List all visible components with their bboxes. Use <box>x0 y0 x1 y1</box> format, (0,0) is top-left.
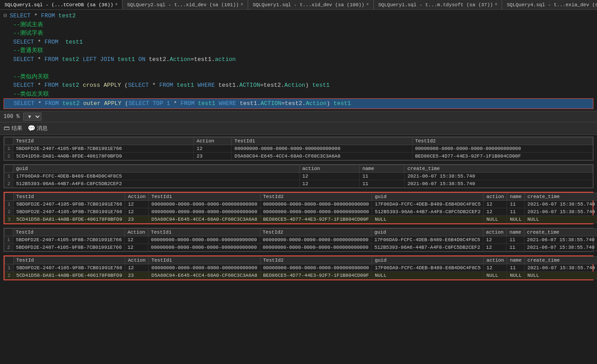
result-block-5: TestId Action TestId1 TestId2 guid actio… <box>4 255 593 280</box>
col-header-action2: action <box>483 228 507 236</box>
tab-2[interactable]: SQLQuery2.sql - t...xid_dev (sa (101)) × <box>123 0 248 9</box>
col-header-name: name <box>507 256 524 264</box>
table-row-null: 3 5CD41D58-DA81-4A0B-8FDE-406178F0BFD9 2… <box>5 215 597 223</box>
cell-testid: 5CD41D58-DA81-4A0B-8FDE-406178F0BFD9 <box>13 271 125 279</box>
table-row: 2 512B5393-96A6-44B7-A4F8-C8FC5DB2CEF2 1… <box>4 180 593 187</box>
tab-4-close[interactable]: × <box>495 2 497 7</box>
cell-create-time-null: NULL <box>524 271 597 279</box>
cell-guid: 17F06DA9-FCFC-4DEB-B489-E6B4D0C4F8C5 <box>372 236 483 243</box>
col-header-guid: guid <box>13 165 300 172</box>
cell-testid2: 00000000-0000-0000-0000-000000000000 <box>412 145 593 152</box>
table-row: 2 5CD41D58-DA81-4A0B-8FDE-406178F0BFD9 2… <box>4 152 593 160</box>
result-table-1: TestId Action TestId1 TestId2 1 5BD0FD2E… <box>4 137 593 160</box>
editor-line-8: --类似内关联 <box>4 73 593 81</box>
col-header-name: name <box>360 165 405 172</box>
main-container: SQLQuery1.sql - (...tCoreDB (sa (36)) × … <box>0 0 597 364</box>
row-num: 1 <box>5 200 14 208</box>
col-header-testid2: TestId2 <box>412 137 593 145</box>
tab-2-close[interactable]: × <box>241 2 243 7</box>
result-block-4: TestId Action TestId1 TestId2 guid actio… <box>4 228 593 252</box>
cell-testid1: 00000000-0000-0000-0000-000000000000 <box>148 243 260 251</box>
cell-name: 11 <box>507 236 524 243</box>
col-header-action: Action <box>125 228 148 236</box>
cell-action2: 12 <box>483 200 507 208</box>
cell-testid1: D5A60C94-E645-4CC4-68A0-CF60C3C3A6A8 <box>148 215 260 223</box>
editor-line-7 <box>4 64 593 73</box>
col-header-guid: guid <box>372 193 484 200</box>
result-table-2: guid action name create_time 1 17F06DA9-… <box>4 165 593 188</box>
col-header-testid: TestId <box>13 256 125 264</box>
col-header-testid1: TestId1 <box>148 228 260 236</box>
cell-testid1: 00000000-0000-0000-0000-000000000000 <box>148 236 260 243</box>
col-header-create-time: create_time <box>524 193 597 200</box>
cell-create-time: 2021-06-07 15:38:55.740 <box>524 264 597 271</box>
row-num: 2 <box>5 208 14 215</box>
col-header-testid1: TestId1 <box>232 137 412 145</box>
cell-name: 11 <box>360 180 405 187</box>
cell-testid2: 00000000-0000-0000-0000-000000000000 <box>260 208 372 215</box>
result-table-5: TestId Action TestId1 TestId2 guid actio… <box>4 256 597 279</box>
cell-action: 12 <box>125 264 149 271</box>
col-header-create-time: create_time <box>524 256 597 264</box>
results-tab-messages[interactable]: 💬 消息 <box>28 125 48 132</box>
zoom-dropdown[interactable]: ▼ <box>23 113 41 121</box>
table-row: 1 5BD0FD2E-2407-4105-9F8B-7CB01991E766 1… <box>5 200 597 208</box>
cell-name-null: NULL <box>507 271 524 279</box>
table-row: 1 5BD0FD2E-2407-4105-9F8B-7CB01991E766 1… <box>4 145 593 152</box>
cell-action: 12 <box>125 200 149 208</box>
editor-line-2: --测试主表 <box>4 20 593 29</box>
cell-testid2: 00000000-0000-0000-0000-000000000000 <box>260 236 372 243</box>
editor-line-11: SELECT * FROM test2 outer APPLY (SELECT … <box>4 98 593 109</box>
tab-1-label: SQLQuery1.sql - (...tCoreDB (sa (36)) <box>4 2 113 8</box>
cell-testid: 5BD0FD2E-2407-4105-9F8B-7CB01991E766 <box>13 208 125 215</box>
cell-create-time: 2021-06-07 15:38:55.740 <box>524 236 597 243</box>
col-header-create-time: create_time <box>524 228 597 236</box>
row-num: 1 <box>5 264 14 271</box>
cell-testid1: 00000000-0000-0000-0000-000000000000 <box>148 208 260 215</box>
results-tab-results[interactable]: 🗃 结果 <box>4 125 22 132</box>
result-block-2: guid action name create_time 1 17F06DA9-… <box>4 164 593 188</box>
col-header-testid1: TestId1 <box>148 193 260 200</box>
col-header-testid: TestId <box>13 228 125 236</box>
col-header-action: Action <box>125 193 149 200</box>
cell-action: 23 <box>125 215 149 223</box>
results-toolbar: 🗃 结果 💬 消息 <box>0 122 597 135</box>
cell-testid2: 00000000-0000-0000-0000-000000000000 <box>260 243 372 251</box>
cell-create-time: 2021-06-07 15:38:55.740 <box>405 180 593 187</box>
sql-editor[interactable]: ⊟ SELECT * FROM test2 --测试主表 --测试字表 SELE… <box>0 10 597 111</box>
tab-5[interactable]: SQLQuery4.sql - t...exia_dev (sa (35)) × <box>502 0 597 9</box>
col-header-rownum <box>5 193 14 200</box>
tab-1-close[interactable]: × <box>115 2 118 7</box>
tab-1[interactable]: SQLQuery1.sql - (...tCoreDB (sa (36)) × <box>0 0 123 9</box>
cell-create-time: 2021-06-07 15:38:55.740 <box>524 243 597 251</box>
tab-3-close[interactable]: × <box>366 2 369 7</box>
editor-line-1: ⊟ SELECT * FROM test2 <box>4 12 593 20</box>
results-tab-label: 结果 <box>12 125 22 132</box>
cell-action: 23 <box>125 271 149 279</box>
cell-action2: 12 <box>483 264 507 271</box>
cell-testid2: BED86CE5-4D77-44E3-92F7-1F1B804CD00F <box>260 215 372 223</box>
cell-testid1: 00000000-0000-0000-0000-000000000000 <box>148 264 260 271</box>
cell-name: 11 <box>360 172 405 180</box>
col-header-name: name <box>507 228 524 236</box>
cell-guid: 512B5393-96A6-44B7-A4F8-C8FC5DB2CEF2 <box>372 208 484 215</box>
row-num: 2 <box>5 271 14 279</box>
col-header-rownum <box>4 165 13 172</box>
tab-3[interactable]: SQLQuery1.sql - t...xid_dev (sa (100)) × <box>248 0 374 9</box>
editor-line-6: SELECT * FROM test2 LEFT JOIN test1 ON t… <box>4 55 593 64</box>
col-header-create-time: create_time <box>405 165 593 172</box>
cell-name-null: NULL <box>507 215 524 223</box>
cell-guid: 512B5393-96A6-44B7-A4F8-C8FC5DB2CEF2 <box>13 180 300 187</box>
col-header-testid2: TestId2 <box>260 193 372 200</box>
tab-bar: SQLQuery1.sql - (...tCoreDB (sa (36)) × … <box>0 0 597 10</box>
cell-testid2: BED86CE5-4D77-44E3-92F7-1F1B804CD00F <box>412 152 593 160</box>
tab-4[interactable]: SQLQuery1.sql - t...m.tdysoft (sa (37)) … <box>374 0 502 9</box>
editor-line-5: --普通关联 <box>4 46 593 55</box>
zoom-label: 100 % <box>4 113 20 120</box>
cell-action: 23 <box>194 152 232 160</box>
cell-create-time: 2021-06-07 15:38:55.740 <box>524 200 597 208</box>
cell-name: 11 <box>507 264 524 271</box>
results-scroll-area[interactable]: TestId Action TestId1 TestId2 1 5BD0FD2E… <box>0 135 597 364</box>
cell-name: 11 <box>507 243 524 251</box>
row-num: 3 <box>5 215 14 223</box>
